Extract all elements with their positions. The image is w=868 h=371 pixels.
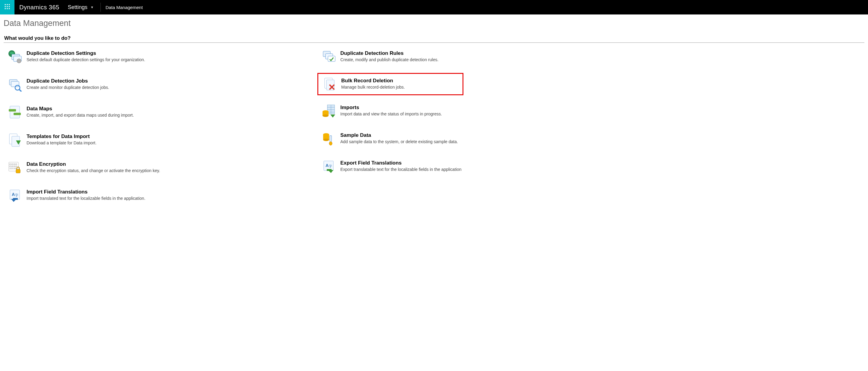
action-title: Bulk Record Deletion [341, 77, 405, 84]
left-column: Duplicate Detection Settings Select defa… [4, 46, 317, 213]
action-desc: Create, import, and export data maps use… [27, 113, 134, 117]
breadcrumb[interactable]: Data Management [101, 5, 143, 10]
action-title: Export Field Translations [340, 160, 462, 166]
duplicate-rules-icon [319, 49, 338, 64]
svg-point-46 [322, 114, 329, 117]
svg-rect-7 [7, 8, 7, 9]
svg-rect-54 [327, 169, 332, 171]
action-title: Sample Data [340, 132, 458, 139]
page-title: Data Management [0, 14, 868, 30]
action-templates-for-data-import[interactable]: Templates for Data Import Download a tem… [4, 130, 317, 150]
action-title: Imports [340, 104, 442, 111]
action-title: Import Field Translations [27, 189, 146, 195]
svg-rect-2 [9, 4, 10, 5]
action-desc: Export translatable text for the localiz… [340, 167, 462, 172]
svg-rect-15 [11, 81, 19, 87]
svg-text:1221100: 1221100 [9, 167, 17, 169]
svg-point-49 [323, 139, 329, 141]
action-title: Duplicate Detection Rules [340, 50, 438, 57]
chevron-down-icon: ▼ [91, 5, 94, 9]
svg-rect-31 [13, 198, 18, 200]
action-data-maps[interactable]: Data Maps Create, import, and export dat… [4, 102, 317, 122]
action-duplicate-detection-rules[interactable]: Duplicate Detection Rules Create, modify… [317, 46, 463, 67]
svg-rect-5 [9, 6, 10, 7]
settings-label: Settings [68, 4, 88, 10]
svg-rect-1 [7, 4, 7, 5]
action-desc: Import data and view the status of impor… [340, 111, 442, 116]
action-bulk-record-deletion[interactable]: Bulk Record Deletion Manage bulk record-… [317, 73, 463, 95]
action-title: Data Encryption [27, 161, 160, 168]
svg-text:A: A [326, 163, 329, 168]
svg-text:字: 字 [15, 193, 19, 197]
prompt-heading: What would you like to do? [0, 30, 868, 42]
action-imports[interactable]: Imports Import data and view the status … [317, 101, 463, 121]
action-import-field-translations[interactable]: A 字 Import Field Translations Import tra… [4, 185, 317, 206]
action-desc: Download a template for Data import. [27, 140, 97, 145]
svg-rect-8 [9, 8, 10, 9]
svg-point-13 [19, 60, 20, 62]
svg-point-50 [329, 142, 332, 145]
svg-rect-27 [16, 169, 20, 173]
svg-rect-20 [13, 113, 21, 115]
svg-rect-4 [7, 6, 7, 7]
svg-line-17 [19, 90, 22, 92]
svg-rect-18 [10, 106, 20, 118]
action-desc: Create and monitor duplicate detection j… [27, 85, 109, 90]
export-translations-icon: A 字 [319, 159, 338, 174]
app-launcher-button[interactable] [0, 0, 14, 14]
global-nav: Dynamics 365 Settings ▼ Data Management [0, 0, 868, 14]
duplicate-settings-icon [5, 49, 24, 64]
action-title: Data Maps [27, 105, 134, 112]
action-sample-data[interactable]: Sample Data Add sample data to the syste… [317, 128, 463, 149]
action-data-encryption[interactable]: 0101010 0101010 1221100 Data Encryption … [4, 157, 317, 178]
svg-rect-19 [9, 109, 16, 111]
brand-label[interactable]: Dynamics 365 [14, 4, 68, 11]
waffle-icon [4, 4, 10, 11]
action-title: Duplicate Detection Settings [27, 50, 145, 57]
svg-text:字: 字 [329, 164, 332, 168]
import-translations-icon: A 字 [5, 188, 24, 203]
settings-dropdown[interactable]: Settings ▼ [68, 4, 100, 10]
svg-text:0101010: 0101010 [9, 163, 17, 165]
svg-rect-3 [5, 6, 6, 7]
action-desc: Select default duplicate detection setti… [27, 57, 145, 62]
action-title: Templates for Data Import [27, 133, 97, 140]
action-desc: Add sample data to the system, or delete… [340, 139, 458, 144]
svg-text:A: A [12, 192, 15, 197]
action-export-field-translations[interactable]: A 字 Export Field Translations Export tra… [317, 156, 463, 177]
svg-rect-34 [328, 56, 335, 62]
svg-rect-6 [5, 8, 6, 9]
right-column: Duplicate Detection Rules Create, modify… [317, 46, 463, 213]
action-desc: Check the encryption status, and change … [27, 168, 160, 173]
action-duplicate-detection-settings[interactable]: Duplicate Detection Settings Select defa… [4, 46, 317, 67]
action-desc: Manage bulk record-deletion jobs. [341, 85, 405, 90]
action-desc: Import translated text for the localizab… [27, 196, 146, 201]
actions-grid: Duplicate Detection Settings Select defa… [0, 43, 868, 216]
sample-data-icon [319, 131, 338, 146]
action-title: Duplicate Detection Jobs [27, 78, 109, 85]
svg-rect-0 [5, 4, 6, 5]
templates-import-icon [5, 133, 24, 147]
action-desc: Create, modify and publish duplicate det… [340, 57, 438, 62]
duplicate-jobs-icon [5, 77, 24, 92]
bulk-delete-icon [320, 77, 339, 91]
svg-text:0101010: 0101010 [9, 165, 17, 167]
data-maps-icon [5, 105, 24, 120]
imports-icon [319, 104, 338, 118]
action-duplicate-detection-jobs[interactable]: Duplicate Detection Jobs Create and moni… [4, 74, 317, 95]
data-encryption-icon: 0101010 0101010 1221100 [5, 160, 24, 175]
